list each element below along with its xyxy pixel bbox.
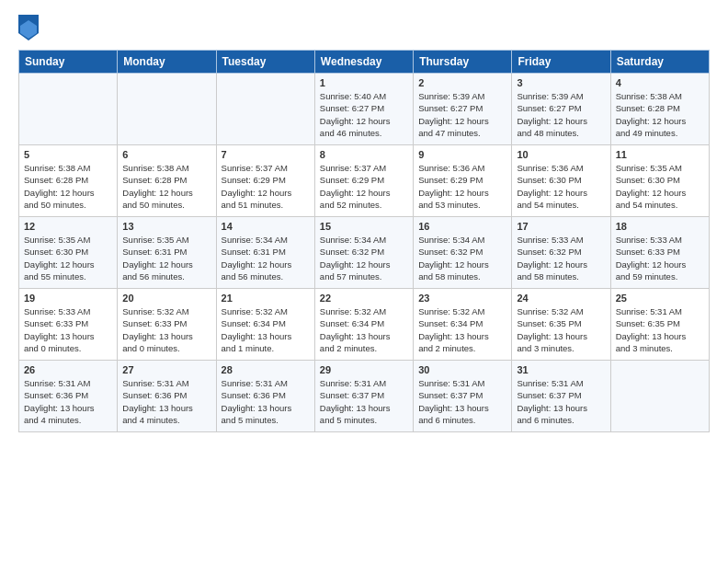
day-detail: Sunrise: 5:34 AM Sunset: 6:32 PM Dayligh… <box>320 234 408 282</box>
day-number: 11 <box>616 149 704 160</box>
week-row-4: 19Sunrise: 5:33 AM Sunset: 6:33 PM Dayli… <box>19 289 710 361</box>
calendar-cell: 10Sunrise: 5:36 AM Sunset: 6:30 PM Dayli… <box>512 145 610 217</box>
calendar-cell: 14Sunrise: 5:34 AM Sunset: 6:31 PM Dayli… <box>216 217 314 289</box>
day-detail: Sunrise: 5:39 AM Sunset: 6:27 PM Dayligh… <box>418 90 506 139</box>
day-detail: Sunrise: 5:31 AM Sunset: 6:35 PM Dayligh… <box>616 305 704 354</box>
logo-icon <box>18 15 39 40</box>
header <box>18 15 710 40</box>
day-detail: Sunrise: 5:31 AM Sunset: 6:37 PM Dayligh… <box>517 377 605 426</box>
day-detail: Sunrise: 5:36 AM Sunset: 6:29 PM Dayligh… <box>418 162 506 211</box>
calendar-cell: 31Sunrise: 5:31 AM Sunset: 6:37 PM Dayli… <box>512 361 610 432</box>
day-detail: Sunrise: 5:32 AM Sunset: 6:34 PM Dayligh… <box>222 305 310 354</box>
day-number: 12 <box>24 221 112 232</box>
day-number: 27 <box>122 364 210 375</box>
calendar-cell: 24Sunrise: 5:32 AM Sunset: 6:35 PM Dayli… <box>512 289 610 361</box>
day-header-monday: Monday <box>118 51 216 74</box>
day-number: 26 <box>24 364 112 375</box>
day-detail: Sunrise: 5:33 AM Sunset: 6:33 PM Dayligh… <box>616 234 704 282</box>
calendar-cell: 22Sunrise: 5:32 AM Sunset: 6:34 PM Dayli… <box>314 289 413 361</box>
calendar-cell: 15Sunrise: 5:34 AM Sunset: 6:32 PM Dayli… <box>314 217 413 289</box>
day-detail: Sunrise: 5:34 AM Sunset: 6:31 PM Dayligh… <box>222 234 310 282</box>
calendar-cell: 1Sunrise: 5:40 AM Sunset: 6:27 PM Daylig… <box>314 74 413 145</box>
day-detail: Sunrise: 5:38 AM Sunset: 6:28 PM Dayligh… <box>616 90 704 139</box>
day-detail: Sunrise: 5:32 AM Sunset: 6:34 PM Dayligh… <box>320 305 408 354</box>
day-number: 20 <box>122 293 210 304</box>
page: SundayMondayTuesdayWednesdayThursdayFrid… <box>0 0 728 442</box>
calendar-cell <box>19 74 118 145</box>
calendar-cell: 18Sunrise: 5:33 AM Sunset: 6:33 PM Dayli… <box>610 217 709 289</box>
calendar-cell: 19Sunrise: 5:33 AM Sunset: 6:33 PM Dayli… <box>19 289 118 361</box>
calendar-cell: 7Sunrise: 5:37 AM Sunset: 6:29 PM Daylig… <box>216 145 314 217</box>
day-detail: Sunrise: 5:36 AM Sunset: 6:30 PM Dayligh… <box>517 162 605 211</box>
day-number: 2 <box>418 77 506 88</box>
day-number: 31 <box>517 364 605 375</box>
calendar-header: SundayMondayTuesdayWednesdayThursdayFrid… <box>19 51 710 74</box>
day-number: 16 <box>418 221 506 232</box>
calendar-cell: 11Sunrise: 5:35 AM Sunset: 6:30 PM Dayli… <box>610 145 709 217</box>
day-detail: Sunrise: 5:38 AM Sunset: 6:28 PM Dayligh… <box>122 162 210 211</box>
calendar-cell: 12Sunrise: 5:35 AM Sunset: 6:30 PM Dayli… <box>19 217 118 289</box>
calendar-cell: 4Sunrise: 5:38 AM Sunset: 6:28 PM Daylig… <box>610 74 709 145</box>
day-detail: Sunrise: 5:40 AM Sunset: 6:27 PM Dayligh… <box>320 90 408 139</box>
day-number: 9 <box>418 149 506 160</box>
calendar-cell: 13Sunrise: 5:35 AM Sunset: 6:31 PM Dayli… <box>118 217 216 289</box>
day-detail: Sunrise: 5:31 AM Sunset: 6:37 PM Dayligh… <box>320 377 408 426</box>
day-detail: Sunrise: 5:31 AM Sunset: 6:37 PM Dayligh… <box>418 377 506 426</box>
calendar-cell <box>216 74 314 145</box>
day-detail: Sunrise: 5:37 AM Sunset: 6:29 PM Dayligh… <box>320 162 408 211</box>
calendar-cell: 2Sunrise: 5:39 AM Sunset: 6:27 PM Daylig… <box>414 74 512 145</box>
day-detail: Sunrise: 5:35 AM Sunset: 6:30 PM Dayligh… <box>24 234 112 282</box>
day-detail: Sunrise: 5:38 AM Sunset: 6:28 PM Dayligh… <box>24 162 112 211</box>
day-number: 21 <box>222 293 310 304</box>
logo <box>18 15 42 40</box>
day-detail: Sunrise: 5:35 AM Sunset: 6:30 PM Dayligh… <box>616 162 704 211</box>
calendar-cell: 27Sunrise: 5:31 AM Sunset: 6:36 PM Dayli… <box>118 361 216 432</box>
day-detail: Sunrise: 5:34 AM Sunset: 6:32 PM Dayligh… <box>418 234 506 282</box>
calendar-cell: 30Sunrise: 5:31 AM Sunset: 6:37 PM Dayli… <box>414 361 512 432</box>
day-number: 24 <box>517 293 605 304</box>
day-number: 10 <box>517 149 605 160</box>
week-row-1: 1Sunrise: 5:40 AM Sunset: 6:27 PM Daylig… <box>19 74 710 145</box>
day-detail: Sunrise: 5:32 AM Sunset: 6:33 PM Dayligh… <box>122 305 210 354</box>
calendar-cell: 20Sunrise: 5:32 AM Sunset: 6:33 PM Dayli… <box>118 289 216 361</box>
day-detail: Sunrise: 5:31 AM Sunset: 6:36 PM Dayligh… <box>222 377 310 426</box>
calendar-body: 1Sunrise: 5:40 AM Sunset: 6:27 PM Daylig… <box>19 74 710 432</box>
day-number: 17 <box>517 221 605 232</box>
day-number: 13 <box>122 221 210 232</box>
day-number: 15 <box>320 221 408 232</box>
calendar-cell <box>118 74 216 145</box>
calendar-cell <box>610 361 709 432</box>
day-number: 23 <box>418 293 506 304</box>
day-header-tuesday: Tuesday <box>216 51 314 74</box>
day-number: 14 <box>222 221 310 232</box>
day-detail: Sunrise: 5:39 AM Sunset: 6:27 PM Dayligh… <box>517 90 605 139</box>
calendar-cell: 28Sunrise: 5:31 AM Sunset: 6:36 PM Dayli… <box>216 361 314 432</box>
calendar-cell: 5Sunrise: 5:38 AM Sunset: 6:28 PM Daylig… <box>19 145 118 217</box>
day-header-row: SundayMondayTuesdayWednesdayThursdayFrid… <box>19 51 710 74</box>
day-number: 28 <box>222 364 310 375</box>
calendar: SundayMondayTuesdayWednesdayThursdayFrid… <box>18 50 710 432</box>
calendar-cell: 6Sunrise: 5:38 AM Sunset: 6:28 PM Daylig… <box>118 145 216 217</box>
day-number: 6 <box>122 149 210 160</box>
day-number: 29 <box>320 364 408 375</box>
day-number: 30 <box>418 364 506 375</box>
day-detail: Sunrise: 5:35 AM Sunset: 6:31 PM Dayligh… <box>122 234 210 282</box>
day-number: 5 <box>24 149 112 160</box>
day-detail: Sunrise: 5:37 AM Sunset: 6:29 PM Dayligh… <box>222 162 310 211</box>
calendar-cell: 16Sunrise: 5:34 AM Sunset: 6:32 PM Dayli… <box>414 217 512 289</box>
day-detail: Sunrise: 5:32 AM Sunset: 6:35 PM Dayligh… <box>517 305 605 354</box>
day-header-sunday: Sunday <box>19 51 118 74</box>
calendar-cell: 25Sunrise: 5:31 AM Sunset: 6:35 PM Dayli… <box>610 289 709 361</box>
day-number: 4 <box>616 77 704 88</box>
day-header-thursday: Thursday <box>414 51 512 74</box>
day-header-saturday: Saturday <box>610 51 709 74</box>
calendar-cell: 23Sunrise: 5:32 AM Sunset: 6:34 PM Dayli… <box>414 289 512 361</box>
day-detail: Sunrise: 5:31 AM Sunset: 6:36 PM Dayligh… <box>122 377 210 426</box>
day-detail: Sunrise: 5:33 AM Sunset: 6:33 PM Dayligh… <box>24 305 112 354</box>
day-number: 25 <box>616 293 704 304</box>
day-detail: Sunrise: 5:33 AM Sunset: 6:32 PM Dayligh… <box>517 234 605 282</box>
calendar-cell: 8Sunrise: 5:37 AM Sunset: 6:29 PM Daylig… <box>314 145 413 217</box>
calendar-cell: 21Sunrise: 5:32 AM Sunset: 6:34 PM Dayli… <box>216 289 314 361</box>
day-header-friday: Friday <box>512 51 610 74</box>
day-number: 18 <box>616 221 704 232</box>
